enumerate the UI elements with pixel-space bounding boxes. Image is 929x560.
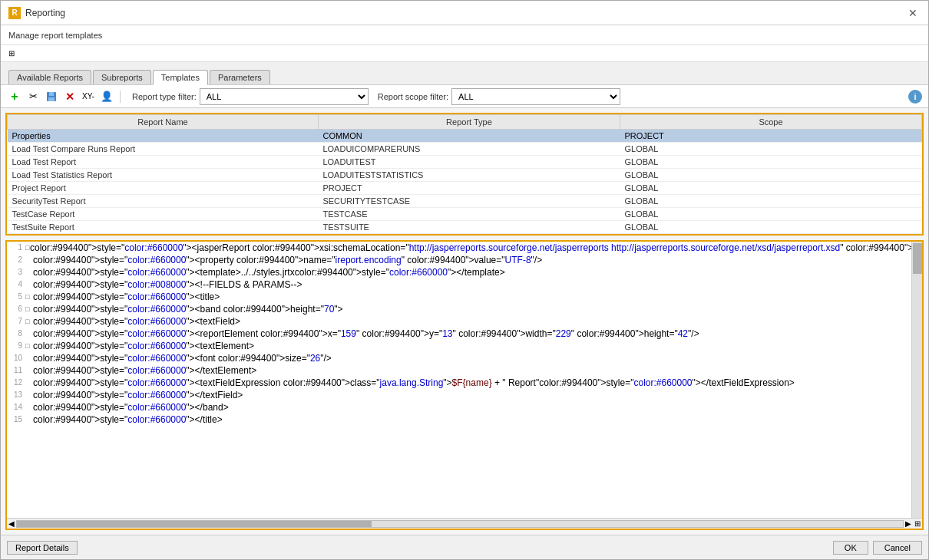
cancel-button[interactable]: Cancel [873,541,922,555]
delete-button[interactable]: ✕ [62,89,78,104]
toolbar: + ✂ ✕ XY- 👤 Report type filter: ALL Repo… [1,85,928,108]
code-line: 12 color:#994400">style="color:#660000">… [7,377,911,389]
hscroll-thumb [17,521,372,527]
title-bar-left: R Reporting [8,7,65,19]
col-report-name: Report Name [8,115,319,130]
table-cell-type: COMMON [318,130,620,143]
code-line: 11 color:#994400">style="color:#660000">… [7,364,911,377]
svg-rect-1 [49,92,54,96]
table-cell-type: LOADUITESTSTATISTICS [318,169,620,182]
table-cell-scope: GLOBAL [620,208,921,221]
table-row[interactable]: TestSuite ReportTESTSUITEGLOBAL [8,221,922,234]
filter-type-select[interactable]: ALL [200,88,369,105]
vscroll-thumb [913,243,922,274]
table-cell-name: TestCase Report [8,208,319,221]
user-button[interactable]: 👤 [99,89,114,104]
table-cell-type: TESTCASE [318,208,620,221]
filter-type-label: Report type filter: [132,92,197,101]
table-cell-name: TestSuite Report [8,221,319,234]
col-report-type: Report Type [318,115,620,130]
xy-button[interactable]: XY- [81,89,96,104]
main-window: R Reporting ✕ Manage report templates ⊞ … [0,0,929,560]
cut-button[interactable]: ✂ [25,89,41,104]
table-cell-name: Properties [8,130,319,143]
table-cell-type: PROJECT [318,182,620,195]
reports-table-panel: Report Name Report Type Scope Properties… [5,113,924,236]
code-line: 1□color:#994400">style="color:#660000"><… [7,242,911,254]
subtitle-bar: Manage report templates [1,25,928,45]
table-cell-type: TESTSUITE [318,221,620,234]
hscroll-track[interactable] [16,520,904,528]
table-cell-scope: GLOBAL [620,143,921,156]
subtitle-text: Manage report templates [8,31,102,40]
code-line: 10 color:#994400">style="color:#660000">… [7,352,911,364]
bottom-right-buttons: OK Cancel [833,541,922,555]
table-cell-scope: GLOBAL [620,182,921,195]
filter-scope-select[interactable]: ALL [451,88,620,105]
vertical-scrollbar[interactable] [911,242,922,518]
scroll-right-btn[interactable]: ▶ [905,519,911,528]
code-line: 5□ color:#994400">style="color:#660000">… [7,291,911,303]
table-row[interactable]: PropertiesCOMMONPROJECT [8,130,922,143]
code-main[interactable]: 1□color:#994400">style="color:#660000"><… [7,242,911,518]
table-cell-name: Load Test Compare Runs Report [8,143,319,156]
reports-table: Report Name Report Type Scope Properties… [7,114,922,234]
table-cell-name: Load Test Report [8,156,319,169]
tab-parameters[interactable]: Parameters [210,70,270,84]
table-cell-scope: GLOBAL [620,221,921,234]
code-line: 13 color:#994400">style="color:#660000">… [7,389,911,401]
horizontal-scrollbar-area: ◀ ▶ ⊞ [7,518,922,529]
add-button[interactable]: + [7,89,22,104]
tab-available-reports[interactable]: Available Reports [8,70,91,84]
table-row[interactable]: TestCase ReportTESTCASEGLOBAL [8,208,922,221]
table-cell-scope: GLOBAL [620,156,921,169]
small-icon-1: ⊞ [5,48,18,60]
code-line: 7□ color:#994400">style="color:#660000">… [7,315,911,328]
toolbar-separator [120,91,121,103]
window-title: Reporting [25,8,65,18]
table-cell-scope: GLOBAL [620,195,921,208]
table-cell-name: Project Report [8,182,319,195]
code-line: 6□ color:#994400">style="color:#660000">… [7,303,911,315]
table-cell-name: SecurityTest Report [8,195,319,208]
table-row[interactable]: Load Test Compare Runs ReportLOADUICOMPA… [8,143,922,156]
code-line: 15 color:#994400">style="color:#660000">… [7,413,911,426]
table-row[interactable]: Load Test ReportLOADUITESTGLOBAL [8,156,922,169]
table-cell-name: Load Test Statistics Report [8,169,319,182]
col-scope: Scope [620,115,921,130]
close-button[interactable]: ✕ [905,5,921,21]
icon-row: ⊞ [1,45,928,62]
code-line: 4 color:#994400">style="color:#008000"><… [7,278,911,291]
code-line: 9□ color:#994400">style="color:#660000">… [7,340,911,352]
table-cell-type: LOADUICOMPARERUNS [318,143,620,156]
title-bar: R Reporting ✕ [1,1,928,25]
filter-scope-label: Report scope filter: [378,92,448,101]
ok-button[interactable]: OK [833,541,868,555]
code-line: 3 color:#994400">style="color:#660000"><… [7,266,911,278]
report-details-button[interactable]: Report Details [7,541,78,555]
code-line: 8 color:#994400">style="color:#660000"><… [7,328,911,340]
bottom-bar: Report Details OK Cancel [1,535,928,559]
tab-subreports[interactable]: Subreports [93,70,151,84]
tab-bar: Available Reports Subreports Templates P… [1,62,928,85]
zoom-icon: ⊞ [914,519,921,528]
table-row[interactable]: SecurityTest ReportSECURITYTESTCASEGLOBA… [8,195,922,208]
code-line: 2 color:#994400">style="color:#660000"><… [7,254,911,266]
table-row[interactable]: Load Test Statistics ReportLOADUITESTSTA… [8,169,922,182]
tab-templates[interactable]: Templates [153,70,208,85]
table-cell-scope: PROJECT [620,130,921,143]
svg-rect-2 [48,97,55,101]
code-panel: 1□color:#994400">style="color:#660000"><… [5,240,924,530]
scroll-left-btn[interactable]: ◀ [8,519,15,528]
table-row[interactable]: Project ReportPROJECTGLOBAL [8,182,922,195]
save-button[interactable] [44,89,59,104]
table-cell-scope: GLOBAL [620,169,921,182]
table-cell-type: SECURITYTESTCASE [318,195,620,208]
main-content: Report Name Report Type Scope Properties… [1,108,928,535]
code-scroll-wrapper: 1□color:#994400">style="color:#660000"><… [7,242,922,518]
info-icon[interactable]: i [908,90,922,104]
app-icon: R [8,7,21,19]
code-line: 14 color:#994400">style="color:#660000">… [7,401,911,413]
table-cell-type: LOADUITEST [318,156,620,169]
